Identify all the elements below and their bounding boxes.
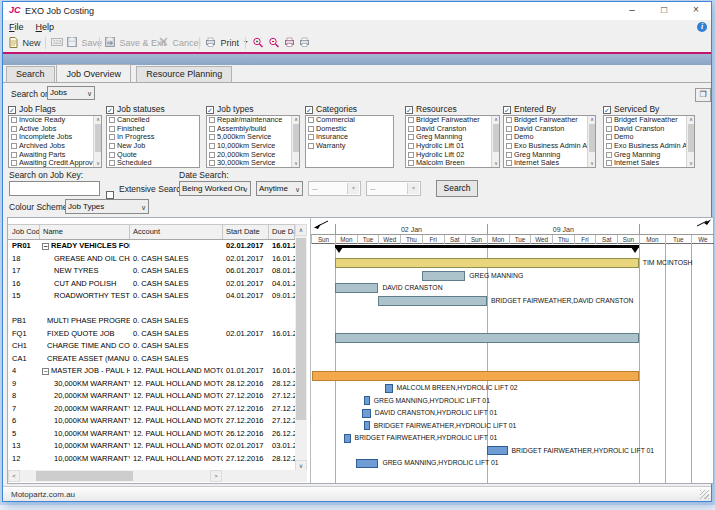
checkbox-icon[interactable] (209, 117, 215, 123)
date-from-picker[interactable]: --▾ (308, 181, 361, 196)
checkbox-icon[interactable] (506, 143, 512, 149)
table-row[interactable]: CA1CREATE ASSET (MANUFAC0. CASH SALES (8, 353, 295, 366)
scroll-up-icon[interactable]: ∧ (292, 116, 300, 123)
table-row[interactable]: CH1CHARGE TIME AND COST0. CASH SALES (8, 340, 295, 353)
table-row[interactable]: PR01−READY VEHICLES FOR SA02.01.201716.0… (8, 240, 295, 253)
list-scrollbar[interactable]: ∧∨ (291, 116, 299, 167)
checkbox-icon[interactable] (408, 152, 414, 158)
checked-checkbox-icon[interactable]: ✓ (405, 106, 413, 114)
checked-checkbox-icon[interactable]: ✓ (603, 106, 611, 114)
job-key-input[interactable] (9, 181, 100, 196)
title-bar[interactable]: JC EXO Job Costing – □ × (3, 2, 711, 20)
table-row[interactable]: 610,000KM WARRANTY S12. PAUL HOLLAND MOT… (8, 415, 295, 428)
zoom-out-button[interactable] (268, 37, 282, 50)
zoom-in-button[interactable] (252, 37, 266, 50)
checkbox-icon[interactable] (606, 143, 612, 149)
checkbox-icon[interactable] (506, 160, 512, 166)
checkbox-icon[interactable] (109, 134, 115, 140)
scroll-up-icon[interactable]: ∧ (687, 116, 695, 123)
table-row[interactable]: 17NEW TYRES0. CASH SALES06.01.201708.01.… (8, 265, 295, 278)
tab-search[interactable]: Search (6, 66, 55, 82)
gantt-bar-blue[interactable] (487, 446, 508, 455)
save-button[interactable]: Save (67, 37, 102, 50)
new-button[interactable]: New (9, 37, 41, 50)
search-on-select[interactable]: Jobs∨ (47, 86, 95, 100)
checkbox-icon[interactable] (506, 126, 512, 132)
gantt-bar-orange[interactable] (312, 371, 639, 381)
checkbox-icon[interactable] (11, 117, 17, 123)
gantt-bar-gray[interactable] (422, 271, 465, 281)
scroll-up-icon[interactable]: ∧ (492, 116, 500, 123)
list-item[interactable]: Awaiting Credit Approval (9, 159, 101, 168)
checked-checkbox-icon[interactable]: ✓ (106, 106, 114, 114)
checkbox-icon[interactable] (11, 160, 17, 166)
table-row[interactable]: 820,000KM WARRANTY S12. PAUL HOLLAND MOT… (8, 390, 295, 403)
scroll-right-icon[interactable]: > (210, 470, 222, 482)
scroll-up-icon[interactable]: ∧ (94, 116, 102, 123)
checkbox-icon[interactable] (209, 160, 215, 166)
gantt-bar-blue[interactable] (364, 396, 369, 405)
checkbox-icon[interactable] (308, 134, 314, 140)
scrollbar-thumb[interactable] (296, 238, 306, 420)
table-row[interactable] (8, 303, 295, 316)
checkbox-icon[interactable] (308, 143, 314, 149)
cancel-button[interactable]: Cancel (159, 37, 201, 50)
list-item[interactable]: Internet Sales (604, 159, 694, 168)
checkbox-icon[interactable] (11, 143, 17, 149)
collapse-expander-icon[interactable]: − (42, 368, 49, 375)
checkbox-icon[interactable] (209, 134, 215, 140)
checked-checkbox-icon[interactable]: ✓ (206, 106, 214, 114)
checkbox-icon[interactable] (109, 126, 115, 132)
scrollbar-thumb[interactable] (36, 471, 133, 481)
numbers-button[interactable]: 123 (51, 37, 65, 50)
checkbox-icon[interactable] (109, 117, 115, 123)
table-row[interactable]: 4−MASTER JOB - PAUL HOLLA12. PAUL HOLLAN… (8, 365, 295, 378)
gantt-bar-blue[interactable] (385, 384, 393, 393)
print-setup-button[interactable] (299, 37, 312, 50)
info-icon[interactable]: i (697, 22, 707, 32)
gantt-bar-blue[interactable] (356, 459, 379, 468)
detach-panel-button[interactable]: ❐ (695, 88, 711, 102)
scroll-down-icon[interactable]: ∨ (687, 160, 695, 167)
checked-checkbox-icon[interactable]: ✓ (503, 106, 511, 114)
list-item[interactable]: Internet Sales (504, 159, 595, 168)
tab-resource-planning[interactable]: Resource Planning (136, 66, 232, 82)
column-header-due-date[interactable]: Due Date (269, 225, 295, 239)
list-item[interactable]: Scheduled (107, 159, 199, 168)
checkbox-icon[interactable] (408, 143, 414, 149)
gantt-bar-gray[interactable] (335, 333, 639, 343)
checkbox-icon[interactable] (11, 126, 17, 132)
scroll-up-icon[interactable]: ∧ (295, 224, 307, 236)
close-button[interactable]: × (681, 2, 711, 19)
checkbox-icon[interactable] (606, 152, 612, 158)
checkbox-icon[interactable] (408, 134, 414, 140)
table-row[interactable]: 16CUT AND POLISH0. CASH SALES02.01.20170… (8, 278, 295, 291)
checkbox-icon[interactable] (506, 117, 512, 123)
scrollbar-thumb[interactable] (589, 124, 595, 152)
scroll-down-icon[interactable]: ∨ (94, 160, 102, 167)
minimize-button[interactable]: – (617, 2, 647, 19)
maximize-button[interactable]: □ (649, 2, 679, 19)
checked-checkbox-icon[interactable]: ✓ (8, 106, 16, 114)
checkbox-icon[interactable] (408, 126, 414, 132)
table-row[interactable]: 18GREASE AND OIL CHANGE0. CASH SALES02.0… (8, 253, 295, 266)
scrollbar-thumb[interactable] (293, 124, 299, 152)
gantt-bar-blue[interactable] (364, 421, 369, 430)
menu-help[interactable]: Help (30, 20, 61, 32)
checkbox-icon[interactable] (606, 134, 612, 140)
print-preview-button[interactable] (284, 37, 297, 50)
checkbox-icon[interactable] (408, 117, 414, 123)
checkbox-icon[interactable] (209, 143, 215, 149)
date-to-picker[interactable]: --▾ (366, 181, 421, 196)
scrollbar-thumb[interactable] (493, 124, 499, 152)
gantt-bar-gray[interactable] (335, 283, 378, 293)
column-header-account[interactable]: Account (130, 225, 223, 239)
collapse-expander-icon[interactable]: − (42, 243, 49, 250)
checkbox-icon[interactable] (209, 126, 215, 132)
scroll-down-icon[interactable]: ∨ (492, 160, 500, 167)
table-row[interactable]: 15ROADWORTHY TEST0. CASH SALES04.01.2017… (8, 290, 295, 303)
scroll-up-icon[interactable]: ∧ (588, 116, 596, 123)
table-row[interactable]: 930,000KM WARRANTY S12. PAUL HOLLAND MOT… (8, 378, 295, 391)
search-button[interactable]: Search (436, 180, 478, 197)
column-header-name[interactable]: Name (40, 225, 130, 239)
